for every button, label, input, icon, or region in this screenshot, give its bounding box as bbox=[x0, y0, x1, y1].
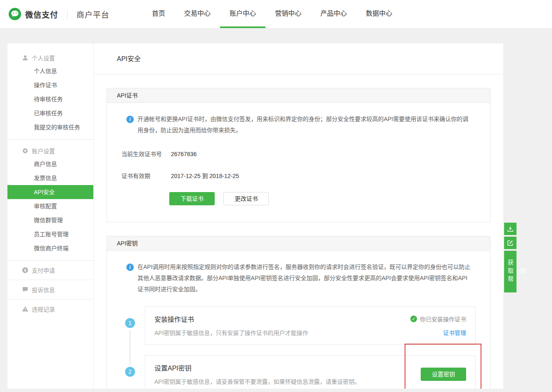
api-key-panel: API密钥 i 在API调用时用来按照指定规则对你的请求参数进行签名，服务器收到… bbox=[107, 236, 490, 389]
download-tool-button[interactable] bbox=[504, 223, 516, 235]
cert-number-label: 当前生效证书号 bbox=[121, 150, 169, 158]
floating-toolbar: 获取帮助 bbox=[504, 223, 516, 292]
set-key-button[interactable]: 设置密钥 bbox=[421, 368, 466, 381]
cert-number-row: 当前生效证书号 26767836 bbox=[121, 150, 476, 158]
sidebar-section-personal: 个人设置 个人信息 操作证书 待审核任务 已审核任务 我提交的审核任务 bbox=[7, 43, 93, 139]
sidebar-section-payment: 支付申请 bbox=[7, 260, 93, 280]
cert-validity-row: 证书有效期 2017-12-25 到 2018-12-25 bbox=[121, 171, 476, 180]
sidebar-item-merchant-terminal[interactable]: 微信商户终端 bbox=[7, 241, 93, 255]
top-header: 微信支付 ｜ 商户平台 首页 交易中心 账户中心 营销中心 产品中心 数据中心 bbox=[0, 0, 552, 28]
step-2-desc: API密钥属于敏感信息，请妥善保管不要泄露，如果怀疑信息泄露，请重设密钥。 bbox=[154, 377, 360, 385]
step-install-cert: 1 安装操作证书 API密钥属于敏感信息，只有安装了操作证书的用户才能操作 ✓ … bbox=[121, 306, 476, 345]
logo-text: 微信支付 bbox=[25, 9, 58, 20]
key-info-row: i 在API调用时用来按照指定规则对你的请求参数进行签名，服务器收到你的请求时会… bbox=[121, 261, 476, 295]
sidebar-item-payment-apply[interactable]: 支付申请 bbox=[7, 264, 93, 276]
complaint-icon bbox=[21, 286, 28, 293]
sidebar-item-staff-accounts[interactable]: 员工账号管理 bbox=[7, 227, 93, 241]
wechat-logo-icon bbox=[8, 7, 21, 21]
step-set-api-key: 2 设置API密钥 API密钥属于敏感信息，请妥善保管不要泄露，如果怀疑信息泄露… bbox=[121, 355, 476, 389]
annotation-highlight-box bbox=[405, 344, 481, 389]
cert-validity-label: 证书有效期 bbox=[121, 171, 169, 180]
step-1-badge: 1 bbox=[125, 318, 135, 328]
info-icon: i bbox=[126, 264, 134, 271]
cert-buttons-row: 下载证书 更改证书 bbox=[169, 192, 476, 205]
sidebar-item-complaint-info[interactable]: 投诉信息 bbox=[7, 283, 93, 296]
sidebar-item-violation-records[interactable]: 违规记录 bbox=[7, 303, 93, 315]
nav-item-marketing[interactable]: 营销中心 bbox=[265, 0, 311, 28]
api-key-panel-title: API密钥 bbox=[107, 236, 490, 251]
sidebar-section-complaint: 投诉信息 bbox=[7, 280, 93, 299]
sidebar-section-label: 投诉信息 bbox=[32, 285, 55, 294]
sidebar-section-violation: 违规记录 bbox=[7, 299, 93, 318]
sidebar-section-label: 违规记录 bbox=[32, 305, 55, 313]
edit-icon bbox=[507, 240, 514, 246]
cert-info-row: i 开通帐号和更换API证书时，由微信支付签发，用来标识和界定你的身份；部分安全… bbox=[121, 114, 476, 136]
warning-icon bbox=[21, 306, 28, 313]
change-cert-button[interactable]: 更改证书 bbox=[223, 192, 269, 205]
api-cert-panel-title: API证书 bbox=[107, 88, 490, 103]
wechat-pay-logo[interactable]: 微信支付 ｜ 商户平台 bbox=[8, 7, 109, 21]
download-icon bbox=[507, 226, 514, 232]
step-2-badge: 2 bbox=[125, 367, 135, 377]
cert-info-text: 开通帐号和更换API证书时，由微信支付签发，用来标识和界定你的身份；部分安全性要… bbox=[137, 114, 471, 136]
cert-number-value: 26767836 bbox=[171, 151, 197, 157]
sidebar-item-merchant-info[interactable]: 商户信息 bbox=[7, 157, 93, 171]
cert-validity-value: 2017-12-25 到 2018-12-25 bbox=[171, 173, 239, 179]
sidebar-item-invoice-info[interactable]: 发票信息 bbox=[7, 171, 93, 185]
sidebar-section-label: 个人设置 bbox=[32, 54, 55, 62]
step-1-title: 安装操作证书 bbox=[154, 314, 308, 324]
sidebar-item-operation-cert[interactable]: 操作证书 bbox=[7, 78, 93, 92]
nav-item-products[interactable]: 产品中心 bbox=[311, 0, 356, 28]
nav-item-transactions[interactable]: 交易中心 bbox=[175, 0, 220, 28]
sidebar-header-account-settings: 账户设置 bbox=[7, 145, 93, 157]
step-2-card: 设置API密钥 API密钥属于敏感信息，请妥善保管不要泄露，如果怀疑信息泄露，请… bbox=[145, 355, 476, 389]
sidebar-section-label: 支付申请 bbox=[32, 266, 55, 274]
api-cert-panel: API证书 i 开通帐号和更换API证书时，由微信支付签发，用来标识和界定你的身… bbox=[107, 88, 490, 222]
key-steps: 1 安装操作证书 API密钥属于敏感信息，只有安装了操作证书的用户才能操作 ✓ … bbox=[121, 306, 476, 389]
get-help-button[interactable]: 获取帮助 bbox=[504, 251, 516, 292]
user-icon bbox=[21, 55, 28, 62]
nav-item-home[interactable]: 首页 bbox=[142, 0, 175, 28]
sidebar-header-personal-settings: 个人设置 bbox=[7, 52, 93, 64]
page-title: API安全 bbox=[94, 43, 503, 74]
cert-installed-status: ✓ 你已安装操作证书 bbox=[410, 315, 466, 323]
sidebar-section-label: 账户设置 bbox=[32, 147, 55, 155]
payment-icon bbox=[21, 267, 28, 274]
sidebar-item-personal-info[interactable]: 个人信息 bbox=[7, 64, 93, 78]
logo-divider: ｜ bbox=[63, 8, 71, 20]
gear-icon bbox=[21, 147, 28, 154]
sidebar-item-review-config[interactable]: 审核配置 bbox=[7, 199, 93, 213]
step-2-title: 设置API密钥 bbox=[154, 363, 360, 373]
sidebar-item-api-security[interactable]: API安全 bbox=[7, 185, 93, 199]
step-1-card: 安装操作证书 API密钥属于敏感信息，只有安装了操作证书的用户才能操作 ✓ 你已… bbox=[145, 306, 476, 345]
sidebar-item-pending-tasks[interactable]: 待审核任务 bbox=[7, 92, 93, 106]
main-nav: 首页 交易中心 账户中心 营销中心 产品中心 数据中心 bbox=[142, 0, 402, 28]
sidebar-item-my-submitted-tasks[interactable]: 我提交的审核任务 bbox=[7, 120, 93, 134]
cert-installed-text: 你已安装操作证书 bbox=[420, 315, 466, 323]
download-cert-button[interactable]: 下载证书 bbox=[169, 192, 215, 205]
nav-item-account-center[interactable]: 账户中心 bbox=[220, 0, 265, 28]
key-info-text: 在API调用时用来按照指定规则对你的请求参数进行签名，服务器收到你的请求时会进行… bbox=[137, 261, 471, 295]
sidebar: 个人设置 个人信息 操作证书 待审核任务 已审核任务 我提交的审核任务 账户设置… bbox=[7, 43, 94, 389]
sidebar-item-wechat-group[interactable]: 微信群管理 bbox=[7, 213, 93, 227]
nav-item-data-center[interactable]: 数据中心 bbox=[356, 0, 402, 28]
cert-manage-link[interactable]: 证书管理 bbox=[443, 328, 466, 337]
check-icon: ✓ bbox=[410, 316, 417, 322]
step-1-desc: API密钥属于敏感信息，只有安装了操作证书的用户才能操作 bbox=[154, 328, 308, 337]
sidebar-section-account: 账户设置 商户信息 发票信息 API安全 审核配置 微信群管理 员工账号管理 微… bbox=[7, 139, 93, 260]
info-icon: i bbox=[126, 116, 134, 123]
main-content: API安全 API证书 i 开通帐号和更换API证书时，由微信支付签发，用来标识… bbox=[94, 43, 503, 389]
feedback-tool-button[interactable] bbox=[504, 237, 516, 249]
sidebar-item-reviewed-tasks[interactable]: 已审核任务 bbox=[7, 106, 93, 120]
platform-title: 商户平台 bbox=[76, 9, 109, 20]
